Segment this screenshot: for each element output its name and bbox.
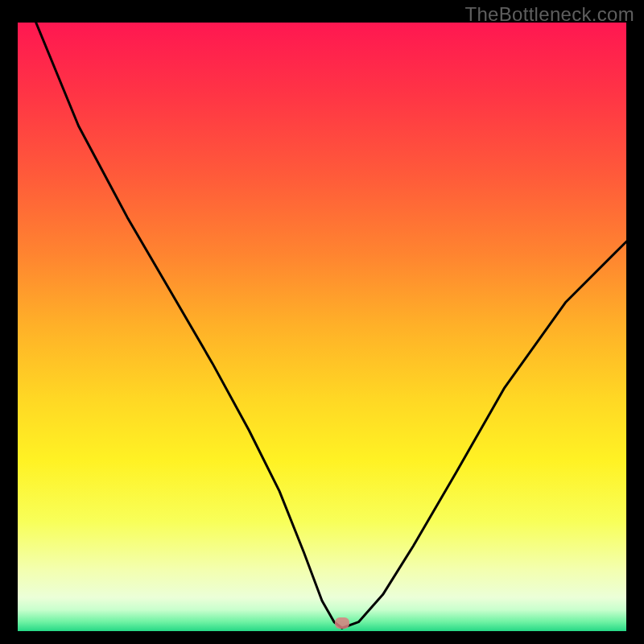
plot-svg (18, 23, 626, 631)
chart-frame: TheBottleneck.com (0, 0, 644, 644)
watermark-text: TheBottleneck.com (464, 3, 634, 26)
min-marker (335, 617, 349, 629)
gradient-background (18, 23, 626, 631)
plot-area (18, 23, 626, 631)
